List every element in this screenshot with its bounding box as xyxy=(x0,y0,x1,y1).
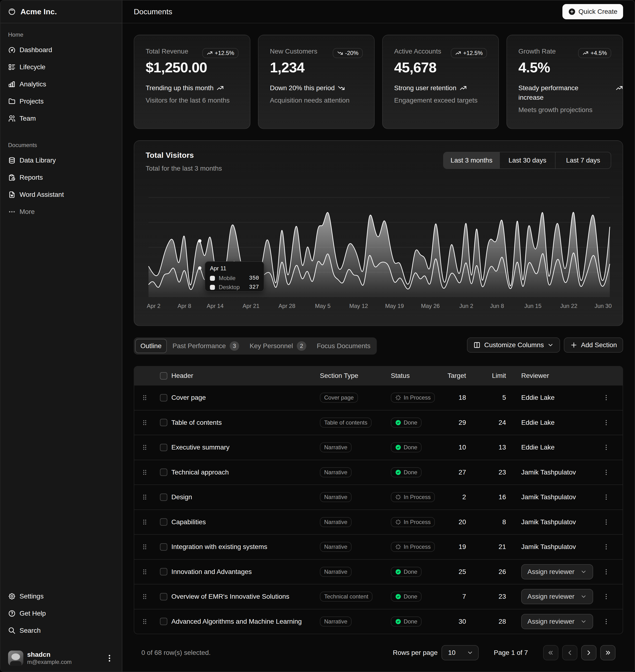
svg-text:May 26: May 26 xyxy=(421,303,440,309)
svg-text:Apr 14: Apr 14 xyxy=(207,303,224,309)
svg-text:Jun 22: Jun 22 xyxy=(560,303,577,309)
svg-text:Jun 2: Jun 2 xyxy=(459,303,474,309)
svg-text:May 5: May 5 xyxy=(315,303,330,309)
svg-text:Apr 28: Apr 28 xyxy=(279,303,295,309)
svg-text:May 12: May 12 xyxy=(349,303,368,309)
svg-text:Apr 2: Apr 2 xyxy=(147,303,160,309)
svg-text:Jun 15: Jun 15 xyxy=(524,303,542,309)
svg-text:Jun 8: Jun 8 xyxy=(490,303,504,309)
svg-text:May 19: May 19 xyxy=(385,303,404,309)
svg-text:Apr 8: Apr 8 xyxy=(178,303,191,309)
svg-text:Apr 21: Apr 21 xyxy=(243,303,259,309)
svg-text:Jun 30: Jun 30 xyxy=(594,303,612,309)
